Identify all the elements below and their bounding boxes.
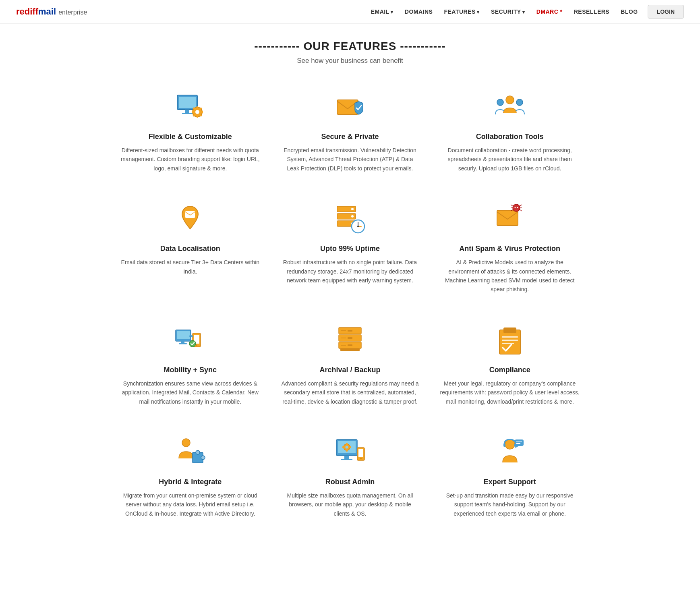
nav-menu: EMAIL DOMAINS FEATURES SECURITY DMARC * … [371,8,638,15]
feature-antispam-title: Anti Spam & Virus Protection [440,245,580,253]
svg-point-45 [196,344,197,346]
envelope-bug-icon [492,201,528,237]
svg-rect-53 [348,344,352,346]
feature-uptime: Upto 99% Uptime Robust infrastructure wi… [276,197,424,298]
svg-rect-60 [502,336,518,338]
feature-mobility-title: Mobility + Sync [120,366,260,374]
feature-compliance-title: Compliance [440,366,580,374]
feature-mobility: Mobility + Sync Synchronization ensures … [116,318,264,410]
svg-rect-77 [344,456,349,459]
server-clock-icon [332,201,368,237]
feature-localisation: Data Localisation Email data stored at s… [116,197,264,298]
svg-point-67 [196,451,199,454]
svg-rect-8 [192,111,194,113]
feature-compliance: Compliance Meet your legal, regulatory o… [436,318,584,410]
monitor-gear-icon [172,89,208,125]
svg-rect-42 [179,343,187,344]
svg-point-47 [189,340,196,347]
svg-rect-83 [503,444,505,447]
support-agent-icon [492,434,528,471]
svg-line-34 [520,205,522,206]
archive-server-icon [332,322,368,359]
svg-point-63 [182,439,190,447]
hybrid-person-icon [172,434,208,471]
svg-rect-18 [185,211,195,218]
navbar: rediffmail enterprise EMAIL DOMAINS FEAT… [0,0,700,24]
svg-rect-1 [179,97,196,108]
svg-rect-7 [197,116,198,118]
svg-rect-3 [182,113,193,114]
svg-rect-80 [358,449,363,457]
feature-hybrid: Hybrid & Integrate Migrate from your cur… [116,430,264,522]
nav-features[interactable]: FEATURES [444,8,479,15]
svg-rect-57 [340,348,360,351]
svg-rect-78 [341,459,352,460]
feature-support-desc: Set-up and transition made easy by our r… [440,491,580,518]
feature-uptime-desc: Robust infrastructure with no single poi… [280,258,420,285]
clipboard-check-icon [492,322,528,359]
svg-rect-2 [185,110,189,113]
feature-secure-desc: Encrypted email transmission. Vulnerabil… [280,146,420,173]
svg-rect-74 [346,450,348,452]
svg-rect-58 [499,330,520,354]
svg-rect-59 [503,328,516,333]
features-grid: Flexible & Customizable Different-sized … [116,85,584,522]
svg-rect-52 [348,337,352,339]
svg-point-16 [497,99,503,106]
svg-point-37 [514,207,516,208]
feature-flexible: Flexible & Customizable Different-sized … [116,85,264,177]
feature-antispam: Anti Spam & Virus Protection AI & Predic… [436,197,584,298]
svg-point-82 [505,439,515,449]
feature-secure-title: Secure & Private [280,133,420,141]
svg-line-31 [511,205,513,206]
nav-blog[interactable]: BLOG [621,8,638,15]
svg-rect-41 [181,341,184,343]
section-subtitle: See how your business can benefit [116,57,584,65]
svg-point-20 [351,208,354,210]
feature-hybrid-desc: Migrate from your current on-premise sys… [120,491,260,518]
feature-antispam-desc: AI & Predictive Models used to analyze t… [440,258,580,294]
section-title: ----------- OUR FEATURES ----------- [116,40,584,53]
nav-resellers[interactable]: RESELLERS [574,8,610,15]
feature-robust-desc: Multiple size mailboxes quota management… [280,491,420,518]
nav-email[interactable]: EMAIL [371,8,393,15]
feature-archival-title: Archival / Backup [280,366,420,374]
svg-line-36 [520,209,522,211]
feature-localisation-desc: Email data stored at secure Tier 3+ Data… [120,258,260,276]
feature-hybrid-title: Hybrid & Integrate [120,478,260,486]
admin-settings-icon [332,434,368,471]
nav-domains[interactable]: DOMAINS [405,8,433,15]
svg-rect-73 [346,443,348,444]
team-people-icon [492,89,528,125]
svg-rect-9 [201,111,203,113]
svg-rect-61 [502,340,518,341]
svg-point-5 [195,110,199,114]
svg-rect-62 [502,343,514,344]
svg-rect-85 [515,439,524,446]
svg-point-68 [201,456,205,459]
nav-dmarc[interactable]: DMARC * [536,8,563,15]
feature-robust: Robust Admin Multiple size mailboxes quo… [276,430,424,522]
svg-rect-75 [342,446,344,448]
logo[interactable]: rediffmail enterprise [16,6,87,17]
svg-rect-40 [177,331,190,339]
svg-point-38 [517,207,518,208]
feature-collaboration: Collaboration Tools Document collaborati… [436,85,584,177]
svg-point-81 [360,458,362,459]
feature-collaboration-desc: Document collaboration - create word pro… [440,146,580,173]
svg-rect-51 [348,330,352,332]
location-envelope-icon [172,201,208,237]
feature-robust-title: Robust Admin [280,478,420,486]
feature-support-title: Expert Support [440,478,580,486]
nav-security[interactable]: SECURITY [491,8,525,15]
svg-point-30 [513,204,520,211]
feature-support: Expert Support Set-up and transition mad… [436,430,584,522]
feature-flexible-desc: Different-sized mailboxes for different … [120,146,260,173]
svg-point-15 [506,96,514,104]
svg-rect-6 [197,106,198,108]
section-header: ----------- OUR FEATURES ----------- See… [116,40,584,65]
svg-point-28 [357,226,359,227]
feature-compliance-desc: Meet your legal, regulatory or company's… [440,379,580,406]
login-button[interactable]: LOGIN [648,5,684,19]
feature-flexible-title: Flexible & Customizable [120,133,260,141]
